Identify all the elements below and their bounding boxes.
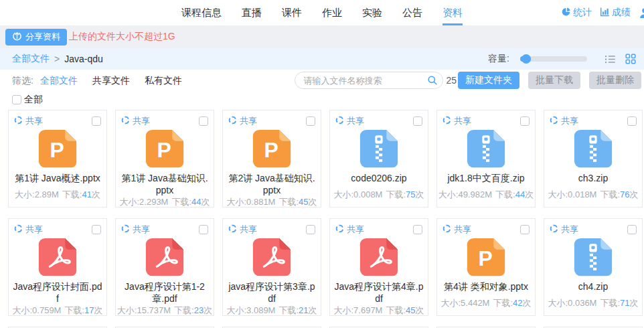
file-card-head: 共享 [9,219,106,236]
share-badge: 共享 [442,115,471,127]
file-checkbox[interactable] [199,116,208,126]
stats-link[interactable]: 统计 [561,7,592,19]
nav-item-5[interactable]: 公告 [402,0,422,25]
search-icon[interactable] [427,75,438,86]
file-card-head: 共享 [223,110,321,127]
new-folder-button[interactable]: 新建文件夹 [458,72,519,89]
nav-item-0[interactable]: 课程信息 [181,0,222,25]
sync-icon [442,224,451,235]
file-size: 大小:15.737M [117,305,171,309]
file-checkbox[interactable] [306,225,315,234]
file-meta: 大小:0.008M 下载:75次 [333,189,424,207]
share-label: 共享 [133,115,150,127]
sync-icon [442,116,451,127]
capacity-slider[interactable] [520,56,587,62]
filter-option-0[interactable]: 全部文件 [40,75,78,86]
file-checkbox[interactable] [92,116,101,126]
file-name[interactable]: 第4讲 类和对象.pptx [440,280,532,297]
file-name[interactable]: java程序设计第3章.pdf [223,280,321,305]
file-card[interactable]: 共享 Java程序设计封面.pdf 大小:0.759M 下载:17次 [8,218,107,316]
share-resources-button[interactable]: 分享资料 [5,29,67,46]
select-all-row: 全部 [0,92,644,107]
nav-item-1[interactable]: 直播 [242,0,262,25]
user-icon[interactable] [639,7,644,19]
grades-link[interactable]: 成绩 [600,7,631,19]
file-card[interactable]: 共享 Java程序设计第4章.pdf 大小:7.697M 下载:45次 [329,218,428,316]
file-name[interactable]: Java程序设计第4章.pdf [330,280,428,305]
file-checkbox[interactable] [92,225,101,234]
file-name[interactable]: 第1讲 Java基础知识.pptx [116,172,214,196]
file-size: 大小:49.982M [438,189,492,201]
select-all-checkbox[interactable] [12,95,21,104]
file-checkbox[interactable] [520,225,530,234]
file-name[interactable]: ch3.zip [575,172,611,189]
file-size: 大小:0.759M [12,305,61,309]
file-card-head: 共享 [330,219,428,236]
nav-item-3[interactable]: 作业 [322,0,342,25]
file-card[interactable]: 共享 Java程序设计第1-2章.pdf 大小:15.737M 下载:23次 [115,218,214,316]
file-checkbox[interactable] [627,116,637,126]
file-name[interactable]: ch4.zip [575,280,611,297]
filter-bar: 筛选: 全部文件共享文件私有文件 25 新建文件夹 批量下载 批量删除 [0,71,644,91]
breadcrumb-root-link[interactable]: 全部文件 [12,53,50,65]
file-size: 大小:5.442M [440,297,489,309]
file-meta: 大小:0.018M 下载:76次 [548,189,638,207]
list-view-icon[interactable] [605,54,616,64]
nav-item-6[interactable]: 资料 [442,0,463,25]
filter-option-2[interactable]: 私有文件 [145,75,182,86]
file-checkbox[interactable] [520,116,530,126]
file-name[interactable]: jdk1.8中文百度.zip [444,172,528,189]
file-card[interactable]: 共享 P 第4讲 类和对象.pptx 大小:5.442M 下载:42次 [436,218,536,316]
file-name[interactable]: 第1讲 Java概述.pptx [11,172,104,189]
file-toolbar: 25 新建文件夹 批量下载 批量删除 [295,72,641,89]
file-type-icon [359,129,399,169]
file-type-icon [573,129,613,169]
grid-view-icon[interactable] [625,54,636,64]
upload-cloud-icon [12,31,22,43]
file-meta: 大小:3.089M 下载:21次 [226,305,317,315]
file-card[interactable]: 共享 P 第1讲 Java基础知识.pptx 大小:2.293M 下载:44次 [115,110,214,208]
search-input[interactable] [295,72,443,89]
file-card-head: 共享 [437,219,535,236]
file-size: 大小:2.89M [15,189,59,201]
file-downloads: 下载:42次 [493,297,531,309]
sync-icon [14,224,23,235]
select-all-label: 全部 [24,94,43,106]
sync-icon [14,116,23,127]
stats-label: 统计 [573,7,592,19]
file-type-icon [359,237,399,277]
file-card[interactable]: 共享 P 第1讲 Java概述.pptx 大小:2.89M 下载:41次 [8,110,107,208]
file-meta: 大小:49.982M 下载:44次 [438,189,534,207]
breadcrumb: 全部文件 > Java-qdu [12,53,103,65]
file-card[interactable]: 共享 ch3.zip 大小:0.018M 下载:76次 [544,110,643,208]
file-card[interactable]: 共享 java程序设计第3章.pdf 大小:3.089M 下载:21次 [222,218,321,316]
file-card[interactable]: 共享 P 第2讲 Java基础知识.pptx 大小:0.881M 下载:45次 [222,110,321,208]
share-badge: 共享 [121,115,150,127]
file-name[interactable]: Java程序设计封面.pdf [9,280,106,305]
file-name[interactable]: Java程序设计第1-2章.pdf [116,280,214,305]
file-grid: 共享 P 第1讲 Java概述.pptx 大小:2.89M 下载:41次 共享 … [0,107,644,328]
file-checkbox[interactable] [413,225,422,234]
batch-download-button[interactable]: 批量下载 [528,72,580,89]
file-name[interactable]: code0206.zip [347,172,410,189]
file-type-icon [466,129,506,169]
bar-chart-icon [600,7,610,19]
nav-item-2[interactable]: 课件 [282,0,302,25]
file-downloads: 下载:45次 [386,305,424,309]
file-checkbox[interactable] [413,116,422,126]
file-card[interactable]: 共享 ch4.zip 大小:0.036M 下载:71次 [544,218,643,316]
file-checkbox[interactable] [199,225,208,234]
filter-option-1[interactable]: 共享文件 [92,75,130,86]
filter-options: 全部文件共享文件私有文件 [33,75,182,87]
breadcrumb-current: Java-qdu [64,54,103,64]
file-meta: 大小:5.442M 下载:42次 [440,297,531,315]
file-checkbox[interactable] [306,116,315,126]
nav-item-4[interactable]: 实验 [362,0,382,25]
share-label: 共享 [454,115,471,127]
file-checkbox[interactable] [627,225,637,234]
batch-delete-button[interactable]: 批量删除 [589,72,641,89]
file-name[interactable]: 第2讲 Java基础知识.pptx [223,172,321,196]
capacity-slider-knob[interactable] [521,54,531,64]
file-card[interactable]: 共享 jdk1.8中文百度.zip 大小:49.982M 下载:44次 [436,110,536,208]
file-card[interactable]: 共享 code0206.zip 大小:0.008M 下载:75次 [329,110,428,208]
